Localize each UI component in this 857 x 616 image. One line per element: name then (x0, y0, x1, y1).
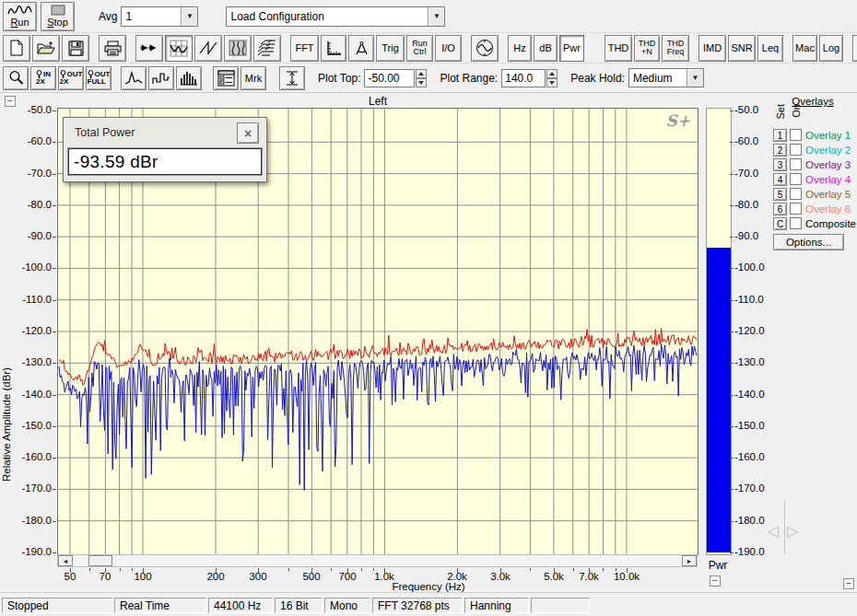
run-label: Run (10, 17, 29, 28)
total-power-button[interactable]: Pwr (559, 35, 584, 62)
display-options-button[interactable] (213, 66, 239, 90)
status-sample-rate: 44100 Hz (208, 598, 273, 613)
calibration-button[interactable] (348, 35, 374, 62)
zoom-in-2x-button[interactable]: IN 2X (30, 66, 56, 90)
overlay-on-checkbox-6[interactable] (790, 203, 802, 215)
zoom-tool-button[interactable] (3, 66, 29, 90)
overlay-on-checkbox-5[interactable] (790, 188, 802, 200)
plot-range-spinner[interactable] (546, 69, 558, 87)
x-tick-mark (288, 568, 289, 571)
line-plot-style-button[interactable] (121, 66, 147, 90)
peak-hold-dropdown-arrow-icon[interactable]: ▼ (687, 69, 703, 87)
splitter-right-arrow-icon[interactable]: ▷ (787, 524, 798, 539)
new-file-button[interactable] (3, 35, 30, 62)
new-document-icon (9, 40, 24, 56)
meter-tick-mark (730, 110, 734, 111)
scroll-right-button[interactable]: ► (682, 555, 697, 566)
time-series-view-button[interactable] (194, 35, 222, 62)
trigger-button[interactable]: Trig (376, 35, 405, 62)
avg-label: Avg (99, 10, 117, 23)
load-config-dropdown-arrow-icon[interactable]: ▼ (428, 7, 444, 26)
collapse-right-panel-button[interactable]: − (843, 578, 854, 589)
scrollbar-thumb[interactable] (88, 555, 112, 566)
overlay-on-checkbox-2[interactable] (790, 144, 802, 156)
thd-n-button[interactable]: THD +N (634, 35, 660, 62)
scaling-button[interactable] (321, 35, 346, 62)
marker-button[interactable]: Mrk (241, 66, 266, 90)
y-tick-label: -60.0 (17, 135, 52, 146)
surface-3d-view-button[interactable] (253, 35, 281, 62)
amplitude-units-button[interactable]: dB (534, 35, 558, 62)
signal-generator-button[interactable] (471, 35, 499, 62)
meter-tick-label: -170.0 (734, 482, 775, 494)
status-channels: Mono (324, 598, 370, 613)
overlay-on-checkbox-1[interactable] (790, 129, 802, 141)
io-device-button[interactable]: I/O (435, 35, 462, 62)
plot-panel: − Left Relative Amplitude (dBr) S+ -50.0… (0, 92, 857, 593)
open-file-button[interactable] (32, 35, 60, 62)
overlay-label-3: Overlay 3 (805, 159, 857, 170)
overlay-set-button-3[interactable]: 3 (773, 158, 787, 171)
step-plot-style-button[interactable] (148, 66, 174, 90)
run-button[interactable]: Run (3, 2, 37, 31)
leq-button[interactable]: Leq (757, 35, 783, 62)
stop-button[interactable]: Stop (41, 2, 75, 31)
peak-hold-select[interactable]: Medium ▼ (628, 68, 704, 87)
overlay-set-button-2[interactable]: 2 (773, 144, 787, 157)
collapse-plot-button[interactable]: − (5, 96, 16, 107)
collapse-meter-button[interactable]: − (710, 575, 721, 587)
options-list-icon (217, 70, 235, 87)
avg-select[interactable]: 1 ▼ (121, 6, 198, 27)
power-meter-label: Pwr (702, 559, 734, 572)
macro-button[interactable]: Mac (792, 35, 817, 62)
spectrogram-view-button[interactable] (224, 35, 252, 62)
thd-button[interactable]: THD (605, 35, 632, 62)
frequency-units-button[interactable]: Hz (508, 35, 532, 62)
imd-button[interactable]: IMD (699, 35, 726, 62)
total-power-value: -93.59 dBr (68, 148, 262, 175)
overlays-on-label: On (791, 104, 802, 118)
generator-playback-button[interactable] (135, 35, 163, 62)
zoom-out-2x-button[interactable]: OUT 2X (58, 66, 84, 90)
overlay-on-checkbox-C[interactable] (790, 217, 802, 229)
scroll-left-button[interactable]: ◄ (58, 555, 73, 566)
overlay-set-button-4[interactable]: 4 (773, 173, 787, 186)
overlay-on-checkbox-4[interactable] (790, 173, 802, 185)
print-button[interactable] (99, 35, 126, 62)
run-control-button[interactable]: Run Ctrl (406, 35, 433, 62)
overlay-set-button-1[interactable]: 1 (773, 129, 787, 142)
snr-button[interactable]: SNR (728, 35, 756, 62)
y-tick-label: -150.0 (17, 420, 52, 431)
y-tick-label: -110.0 (17, 294, 52, 305)
overlay-set-button-5[interactable]: 5 (773, 188, 787, 201)
y-tick-label: -120.0 (17, 325, 52, 336)
y-tick-label: -50.0 (17, 104, 52, 115)
overlay-set-button-C[interactable]: C (773, 217, 787, 230)
bar-plot-style-button[interactable] (176, 66, 202, 90)
horizontal-scrollbar[interactable]: ◄ ► (57, 554, 698, 567)
caliper-icon (354, 41, 370, 56)
y-tick-mark (53, 174, 56, 175)
delay-button[interactable]: Dly (852, 35, 857, 62)
overlay-set-button-6[interactable]: 6 (773, 203, 787, 215)
thd-freq-button[interactable]: THD Freq (662, 35, 689, 62)
save-file-button[interactable] (62, 35, 89, 62)
fft-settings-button[interactable]: FFT (290, 35, 319, 62)
zoom-full-button[interactable]: OUT FULL (86, 66, 112, 90)
plot-top-spinner[interactable] (416, 69, 427, 87)
splitter-left-arrow-icon[interactable]: ◁ (768, 524, 779, 539)
overlay-options-button[interactable]: Options... (773, 234, 844, 250)
plot-range-input[interactable] (501, 69, 546, 87)
total-power-close-button[interactable]: × (237, 122, 259, 144)
plot-top-input[interactable] (364, 69, 415, 87)
logging-button[interactable]: Log (819, 35, 843, 62)
pane-splitter[interactable] (784, 501, 785, 554)
y-tick-label: -180.0 (17, 515, 52, 526)
amplitude-range-button[interactable] (279, 66, 305, 90)
spectrum-view-button[interactable] (165, 35, 193, 62)
avg-dropdown-arrow-icon[interactable]: ▼ (181, 7, 197, 26)
zigzag-wave-icon (199, 41, 217, 55)
load-configuration-select[interactable]: Load Configuration ▼ (226, 6, 445, 27)
overlay-on-checkbox-3[interactable] (790, 158, 802, 170)
meter-tick-label: -100.0 (734, 262, 775, 273)
